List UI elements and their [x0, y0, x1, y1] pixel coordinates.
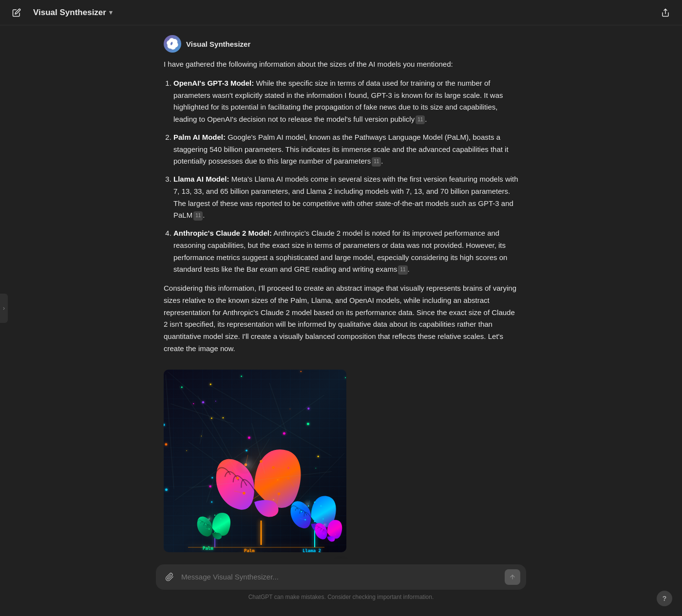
item1-bold: OpenAI's GPT-3 Model:	[173, 79, 254, 87]
share-button[interactable]	[657, 4, 674, 21]
message-input[interactable]	[181, 571, 501, 583]
model-list: OpenAI's GPT-3 Model: While the specific…	[164, 77, 518, 276]
list-item: Llama AI Model: Meta's Llama AI models c…	[173, 173, 518, 222]
item3-bold: Llama AI Model:	[173, 175, 229, 183]
help-label: ?	[663, 595, 667, 602]
cite-badge-1[interactable]: 11	[416, 115, 425, 125]
sender-name: Visual Synthesizer	[186, 40, 250, 48]
summary-text: Considering this information, I'll proce…	[164, 282, 518, 355]
message-body: I have gathered the following informatio…	[164, 58, 518, 584]
avatar	[164, 35, 181, 53]
list-item: Anthropic's Claude 2 Model: Anthropic's …	[173, 227, 518, 276]
ai-generated-image	[164, 370, 346, 552]
page-title: Visual Synthesizer	[33, 8, 106, 18]
title-button[interactable]: Visual Synthesizer ▾	[30, 6, 115, 19]
main-content: Visual Synthesizer I have gathered the f…	[0, 25, 682, 616]
header-left: Visual Synthesizer ▾	[8, 4, 115, 21]
cite-badge-4[interactable]: 11	[398, 265, 407, 275]
send-button[interactable]	[505, 569, 520, 585]
image-container	[164, 370, 346, 552]
item4-bold: Anthropic's Claude 2 Model:	[173, 229, 272, 237]
attach-button[interactable]	[162, 569, 177, 585]
item2-bold: Palm AI Model:	[173, 133, 226, 141]
item4-end: .	[408, 265, 410, 273]
intro-text: I have gathered the following informatio…	[164, 58, 518, 71]
input-area: ChatGPT can make mistakes. Consider chec…	[0, 559, 682, 616]
cite-badge-3[interactable]: 11	[193, 211, 203, 221]
list-item: OpenAI's GPT-3 Model: While the specific…	[173, 77, 518, 126]
input-wrapper	[156, 564, 526, 590]
message-header: Visual Synthesizer	[164, 35, 518, 53]
item2-end: .	[381, 157, 383, 165]
item3-end: .	[203, 211, 205, 219]
chevron-down-icon: ▾	[109, 9, 113, 16]
help-button[interactable]: ?	[657, 591, 672, 606]
message-container: Visual Synthesizer I have gathered the f…	[156, 25, 526, 616]
header: Visual Synthesizer ▾	[0, 0, 682, 25]
edit-button[interactable]	[8, 4, 25, 21]
list-item: Palm AI Model: Google's Palm AI model, k…	[173, 131, 518, 168]
item1-end: .	[425, 115, 427, 123]
footer-note: ChatGPT can make mistakes. Consider chec…	[156, 594, 526, 600]
cite-badge-2[interactable]: 11	[372, 157, 381, 167]
